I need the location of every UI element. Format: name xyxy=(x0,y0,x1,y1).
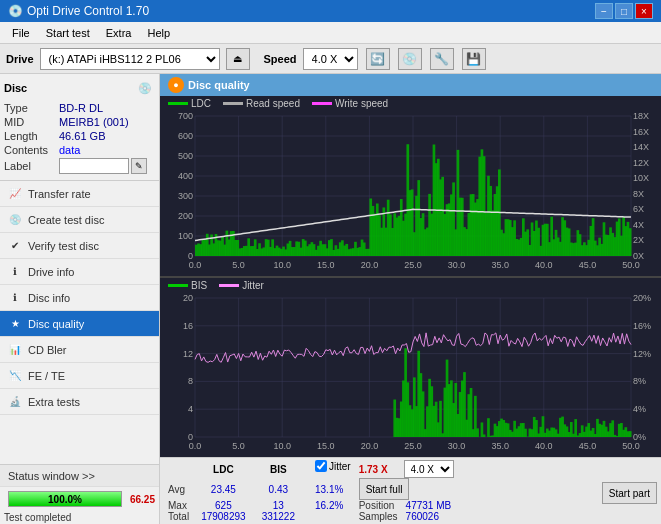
legend-jitter-color xyxy=(219,284,239,287)
top-legend: LDC Read speed Write speed xyxy=(160,96,661,111)
total-ldc-value: 17908293 xyxy=(193,511,254,522)
app-title: Opti Drive Control 1.70 xyxy=(27,4,149,18)
contents-label: Contents xyxy=(4,144,59,156)
minimize-button[interactable]: − xyxy=(595,3,613,19)
refresh-button[interactable]: 🔄 xyxy=(366,48,390,70)
nav-disc-quality-label: Disc quality xyxy=(28,318,84,330)
progress-bar-container: 100.0% xyxy=(8,491,122,507)
nav-create-test-disc-label: Create test disc xyxy=(28,214,104,226)
legend-ldc-color xyxy=(168,102,188,105)
progress-text: 100.0% xyxy=(9,492,121,506)
nav-transfer-rate[interactable]: 📈 Transfer rate xyxy=(0,181,159,207)
chart-header: ● Disc quality xyxy=(160,74,661,96)
nav-extra-tests[interactable]: 🔬 Extra tests xyxy=(0,389,159,415)
nav-verify-test-disc[interactable]: ✔ Verify test disc xyxy=(0,233,159,259)
nav-fe-te[interactable]: 📉 FE / TE xyxy=(0,363,159,389)
app-icon: 💿 xyxy=(8,4,23,18)
jitter-check-cell: Jitter xyxy=(311,460,355,472)
titlebar: 💿 Opti Drive Control 1.70 − □ × xyxy=(0,0,661,22)
titlebar-controls: − □ × xyxy=(595,3,653,19)
chart-header-icon: ● xyxy=(168,77,184,93)
nav-list: 📈 Transfer rate 💿 Create test disc ✔ Ver… xyxy=(0,181,159,415)
drive-select[interactable]: (k:) ATAPi iHBS112 2 PL06 xyxy=(40,48,220,70)
max-jitter-value: 16.2% xyxy=(311,500,355,511)
speed-label: Speed xyxy=(264,53,297,65)
close-button[interactable]: × xyxy=(635,3,653,19)
legend-read-speed-label: Read speed xyxy=(246,98,300,109)
total-samples-value: 760026 xyxy=(402,511,456,522)
contents-value: data xyxy=(59,144,155,156)
mid-label: MID xyxy=(4,116,59,128)
label-label: Label xyxy=(4,160,59,172)
nav-disc-info-label: Disc info xyxy=(28,292,70,304)
nav-disc-quality[interactable]: ★ Disc quality xyxy=(0,311,159,337)
bottom-legend: BIS Jitter xyxy=(160,278,661,293)
start-part-button[interactable]: Start part xyxy=(602,482,657,504)
start-full-button[interactable]: Start full xyxy=(359,478,410,500)
disc-button[interactable]: 💿 xyxy=(398,48,422,70)
max-ldc-value: 625 xyxy=(193,500,254,511)
avg-bis-value: 0.43 xyxy=(254,478,303,500)
nav-extra-tests-label: Extra tests xyxy=(28,396,80,408)
legend-write-speed-label: Write speed xyxy=(335,98,388,109)
eject-button[interactable]: ⏏ xyxy=(226,48,250,70)
menu-help[interactable]: Help xyxy=(139,25,178,41)
main-content: Disc 💿 Type BD-R DL MID MEIRB1 (001) Len… xyxy=(0,74,661,524)
samples-label: Samples xyxy=(355,511,402,522)
avg-ldc-value: 23.45 xyxy=(193,478,254,500)
jitter-checkbox[interactable] xyxy=(315,460,327,472)
col-header-ldc: LDC xyxy=(193,460,254,478)
avg-speed-value: 1.73 X xyxy=(355,460,402,478)
status-window-button[interactable]: Status window >> xyxy=(0,465,159,487)
max-label: Max xyxy=(164,500,193,511)
nav-verify-test-disc-label: Verify test disc xyxy=(28,240,99,252)
speed-select[interactable]: 4.0 X xyxy=(303,48,358,70)
fe-te-icon: 📉 xyxy=(8,369,22,383)
right-panel: ● Disc quality LDC Read speed xyxy=(160,74,661,524)
nav-drive-info-label: Drive info xyxy=(28,266,74,278)
menu-extra[interactable]: Extra xyxy=(98,25,140,41)
legend-jitter: Jitter xyxy=(219,280,264,291)
legend-ldc: LDC xyxy=(168,98,211,109)
chart-title: Disc quality xyxy=(188,79,250,91)
type-label: Type xyxy=(4,102,59,114)
extra-tests-icon: 🔬 xyxy=(8,395,22,409)
drivebar: Drive (k:) ATAPi iHBS112 2 PL06 ⏏ Speed … xyxy=(0,44,661,74)
max-bis-value: 13 xyxy=(254,500,303,511)
disc-quality-icon: ★ xyxy=(8,317,22,331)
mid-value: MEIRB1 (001) xyxy=(59,116,155,128)
transfer-rate-icon: 📈 xyxy=(8,187,22,201)
legend-write-speed-color xyxy=(312,102,332,105)
create-test-disc-icon: 💿 xyxy=(8,213,22,227)
legend-bis-label: BIS xyxy=(191,280,207,291)
menu-file[interactable]: File xyxy=(4,25,38,41)
settings-button[interactable]: 🔧 xyxy=(430,48,454,70)
nav-disc-info[interactable]: ℹ Disc info xyxy=(0,285,159,311)
titlebar-title: 💿 Opti Drive Control 1.70 xyxy=(8,4,149,18)
status-section: Status window >> 100.0% 66.25 Test compl… xyxy=(0,464,159,524)
top-chart xyxy=(160,111,661,276)
menubar: File Start test Extra Help xyxy=(0,22,661,44)
total-label: Total xyxy=(164,511,193,522)
nav-cd-bler[interactable]: 📊 CD Bler xyxy=(0,337,159,363)
nav-drive-info[interactable]: ℹ Drive info xyxy=(0,259,159,285)
legend-bis-color xyxy=(168,284,188,287)
drive-info-icon: ℹ xyxy=(8,265,22,279)
label-button[interactable]: ✎ xyxy=(131,158,147,174)
top-chart-canvas xyxy=(160,111,661,276)
maximize-button[interactable]: □ xyxy=(615,3,633,19)
legend-ldc-label: LDC xyxy=(191,98,211,109)
type-value: BD-R DL xyxy=(59,102,155,114)
drive-label: Drive xyxy=(6,53,34,65)
save-button[interactable]: 💾 xyxy=(462,48,486,70)
bottom-chart-canvas xyxy=(160,293,661,457)
nav-create-test-disc[interactable]: 💿 Create test disc xyxy=(0,207,159,233)
label-input[interactable] xyxy=(59,158,129,174)
disc-section: Disc 💿 Type BD-R DL MID MEIRB1 (001) Len… xyxy=(0,74,159,181)
bottom-chart xyxy=(160,293,661,457)
legend-read-speed-color xyxy=(223,102,243,105)
bottom-chart-container: BIS Jitter xyxy=(160,278,661,457)
menu-start-test[interactable]: Start test xyxy=(38,25,98,41)
speed-select-stats[interactable]: 4.0 X xyxy=(404,460,454,478)
charts-area: LDC Read speed Write speed xyxy=(160,96,661,457)
